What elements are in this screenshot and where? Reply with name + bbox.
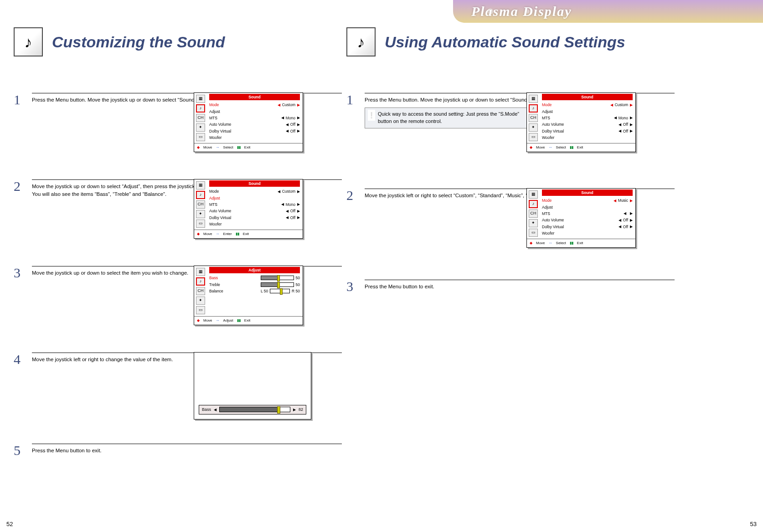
arrow-right-icon: ▶ xyxy=(297,128,300,134)
osd-row-value: ◀Mono▶ xyxy=(261,202,300,207)
arrow-left-icon: ◀ xyxy=(286,215,289,220)
osd-row-label: Dolby Virtual xyxy=(542,224,564,230)
arrow-left-icon: ◀ xyxy=(286,122,289,128)
osd-row-value: 50 xyxy=(261,275,300,281)
osd-row[interactable]: Mode◀Custom▶ xyxy=(209,102,300,108)
osd-sound-r1: ▦♪CH✦▭SoundMode◀Custom▶AdjustMTS◀Mono▶Au… xyxy=(526,92,636,152)
arrow-right-icon: ▶ xyxy=(297,102,300,108)
arrow-left-icon: ◀ xyxy=(619,218,621,223)
osd-row[interactable]: Adjust xyxy=(542,204,633,210)
arrow-left-icon: ◀ xyxy=(619,224,621,230)
osd-row-value: ◀Custom▶ xyxy=(261,102,300,107)
osd-row[interactable]: Treble50 xyxy=(209,281,300,288)
osd-row-label: Dolby Virtual xyxy=(542,128,564,134)
arrow-left-icon: ◀ xyxy=(281,115,284,121)
left-title: Customizing the Sound xyxy=(52,34,225,50)
step-number: 2 xyxy=(346,189,356,202)
step-number: 2 xyxy=(14,179,24,193)
step-text: Move the joystick left or right to chang… xyxy=(32,353,342,363)
osd-row[interactable]: MTS◀Mono▶ xyxy=(209,115,300,121)
osd-row[interactable]: MTS◀Mono▶ xyxy=(209,201,300,208)
osd-side-icon: ▦ xyxy=(196,181,205,189)
bass-value: 82 xyxy=(299,407,303,413)
osd-row[interactable]: Auto Volume◀Off▶ xyxy=(542,217,633,223)
arrow-left-icon: ◀ xyxy=(286,209,289,214)
osd-row-value: ◀▶ xyxy=(593,211,633,216)
osd-row-label: Mode xyxy=(542,102,552,107)
arrow-left-icon: ◀ xyxy=(624,211,626,216)
arrow-left-icon: ◀ xyxy=(610,102,613,108)
osd-row[interactable]: Mode◀Custom▶ xyxy=(542,102,633,108)
osd-sound-r2: ▦♪CH✦▭SoundMode◀Music▶AdjustMTS◀▶Auto Vo… xyxy=(526,188,636,248)
osd-row[interactable]: BalanceL 50R 50 xyxy=(209,288,300,294)
osd-side-icon: CH xyxy=(529,114,538,122)
osd-row-label: Woofer xyxy=(542,135,554,140)
osd-row-label: Balance xyxy=(209,288,223,294)
osd-row[interactable]: Dolby Virtual◀Off▶ xyxy=(542,224,633,230)
osd-row[interactable]: Adjust xyxy=(542,108,633,115)
osd-row-label: Mode xyxy=(542,198,552,203)
osd-row[interactable]: Adjust xyxy=(209,195,300,201)
osd-sound-1: ▦♪CH✦▭SoundMode◀Custom▶AdjustMTS◀Mono▶Au… xyxy=(194,92,303,152)
osd-title: Adjust xyxy=(209,267,300,273)
osd-adjust: ▦♪CH✦▭AdjustBass50Treble50BalanceL 50R 5… xyxy=(194,266,303,325)
osd-row-label: Adjust xyxy=(542,109,553,114)
arrow-left-icon: ◀ xyxy=(281,202,284,207)
left-step-4: 4 Move the joystick left or right to cha… xyxy=(14,353,342,425)
arrow-right-icon: ▶ xyxy=(630,198,633,204)
osd-row[interactable]: Mode◀Custom▶ xyxy=(209,188,300,194)
step-number: 1 xyxy=(346,93,356,107)
step-text: Press the Menu button. Move the joystick… xyxy=(32,93,342,104)
music-note-icon: ♪ xyxy=(346,27,376,56)
slider-bar[interactable] xyxy=(219,407,290,412)
osd-row[interactable]: Dolby Virtual◀Off▶ xyxy=(542,128,633,134)
step-text: Move the joystick left or right to selec… xyxy=(365,189,675,200)
osd-side-icon: CH xyxy=(196,287,205,295)
osd-row[interactable]: Auto Volume◀Off▶ xyxy=(209,121,300,128)
step-text-content: Move the joystick up or down to select t… xyxy=(32,270,188,276)
osd-row[interactable]: Auto Volume◀Off▶ xyxy=(209,208,300,214)
osd-row[interactable]: Woofer xyxy=(209,221,300,227)
osd-row[interactable]: Bass50 xyxy=(209,275,300,281)
osd-row-label: Bass xyxy=(209,275,218,281)
arrow-right-icon: ▶ xyxy=(630,224,633,230)
osd-row-label: Mode xyxy=(209,102,219,107)
osd-row-value: ◀Off▶ xyxy=(593,217,633,223)
step-text-content: Press the Menu button to exit. xyxy=(32,448,102,453)
osd-row[interactable]: Woofer xyxy=(209,134,300,141)
osd-footer: ◆Move↔Select▮▮Exit xyxy=(194,143,303,152)
arrow-left-icon: ◀ xyxy=(613,198,616,204)
osd-row-value: ◀Off▶ xyxy=(593,224,633,230)
osd-row[interactable]: Woofer xyxy=(542,230,633,236)
osd-side-icon: ✦ xyxy=(529,123,538,132)
arrow-right-icon: ▶ xyxy=(297,209,300,214)
osd-side-icon: ♪ xyxy=(196,104,205,113)
osd-row-label: MTS xyxy=(209,202,217,207)
osd-row-label: Mode xyxy=(209,189,219,194)
osd-row[interactable]: Mode◀Music▶ xyxy=(542,197,633,204)
osd-side-icon: ♪ xyxy=(529,200,538,208)
osd-row[interactable]: MTS◀▶ xyxy=(542,210,633,217)
osd-row-label: Adjust xyxy=(209,195,220,201)
step-number: 3 xyxy=(14,266,24,280)
osd-footer: ◆Move↔Adjust▮▮Exit xyxy=(194,316,303,325)
osd-side-icon: ▭ xyxy=(196,133,205,141)
osd-row-label: MTS xyxy=(542,115,550,121)
osd-row[interactable]: Dolby Virtual◀Off▶ xyxy=(209,128,300,134)
right-header: ♪ Using Automatic Sound Settings xyxy=(346,27,675,56)
osd-bass-slider: Bass ◀ ▶ 82 xyxy=(194,352,311,419)
right-step-3: 3 Press the Menu button to exit. xyxy=(346,280,675,293)
osd-row[interactable]: Auto Volume◀Off▶ xyxy=(542,121,633,128)
arrow-right-icon: ▶ xyxy=(630,211,633,216)
osd-footer: ◆Move↔Select▮▮Exit xyxy=(527,239,635,247)
left-header: ♪ Customizing the Sound xyxy=(14,27,342,56)
osd-row-label: Adjust xyxy=(209,109,220,114)
osd-side-icon: ▦ xyxy=(529,95,538,103)
osd-row[interactable]: Adjust xyxy=(209,108,300,115)
osd-row-label: Dolby Virtual xyxy=(209,215,231,220)
arrow-left-icon: ◀ xyxy=(286,128,289,134)
osd-row[interactable]: MTS◀Mono▶ xyxy=(542,115,633,121)
osd-row[interactable]: Dolby Virtual◀Off▶ xyxy=(209,215,300,221)
osd-row[interactable]: Woofer xyxy=(542,134,633,141)
osd-side-icon: ✦ xyxy=(196,123,205,132)
